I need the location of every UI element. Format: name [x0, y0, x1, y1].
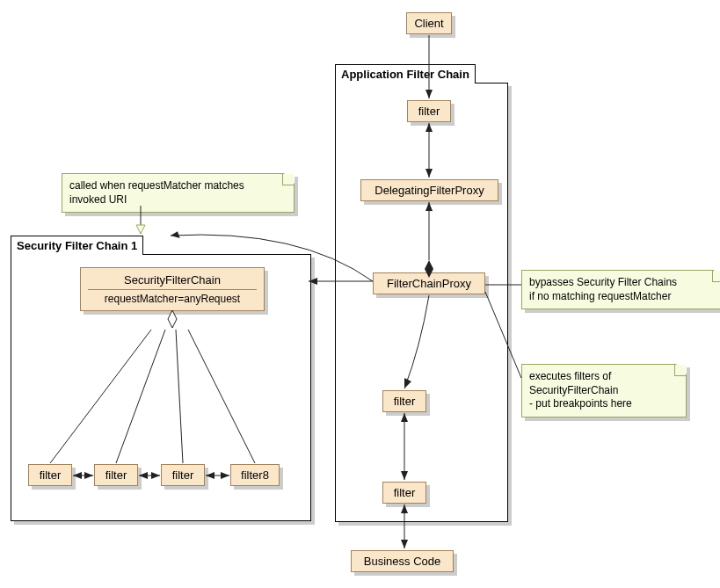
node-filter: filter	[28, 464, 72, 486]
svg-marker-35	[136, 225, 145, 234]
label: SecurityFilterChain	[88, 273, 257, 290]
label: filter8	[241, 468, 269, 482]
note-text: called when requestMatcher matches invok…	[69, 179, 244, 206]
note-executes: executes filters of SecurityFilterChain …	[521, 364, 687, 417]
package-title: Security Filter Chain 1	[11, 236, 143, 255]
label: Client	[414, 17, 443, 30]
label: filter	[172, 468, 194, 482]
package-app-filter-chain: Application Filter Chain	[335, 83, 508, 522]
node-filter: filter	[94, 464, 138, 486]
node-filter: filter	[382, 482, 426, 504]
node-filter: filter	[407, 100, 451, 122]
node-delegating-filter-proxy: DelegatingFilterProxy	[360, 179, 498, 201]
node-filter: filter8	[230, 464, 280, 486]
package-title: Application Filter Chain	[335, 64, 476, 83]
label: filter	[105, 468, 127, 482]
node-client: Client	[406, 12, 452, 34]
note-called-when: called when requestMatcher matches invok…	[62, 173, 295, 213]
label: filter	[418, 105, 440, 118]
node-security-filter-chain: SecurityFilterChain requestMatcher=anyRe…	[80, 267, 265, 311]
node-business-code: Business Code	[351, 550, 454, 572]
node-filter-chain-proxy: FilterChainProxy	[373, 272, 485, 294]
note-text: executes filters of SecurityFilterChain …	[529, 370, 632, 410]
node-filter: filter	[382, 390, 426, 412]
label: filter	[40, 468, 62, 482]
label: DelegatingFilterProxy	[375, 184, 484, 197]
label: Business Code	[364, 555, 440, 568]
note-bypasses: bypasses Security Filter Chains if no ma…	[521, 270, 720, 309]
svg-marker-17	[401, 540, 408, 548]
label: filter	[394, 486, 416, 499]
label: filter	[394, 395, 416, 408]
label: FilterChainProxy	[387, 277, 471, 290]
node-filter: filter	[161, 464, 205, 486]
svg-marker-8	[171, 230, 181, 238]
attribute: requestMatcher=anyRequest	[88, 293, 257, 305]
note-text: bypasses Security Filter Chains if no ma…	[529, 276, 677, 302]
